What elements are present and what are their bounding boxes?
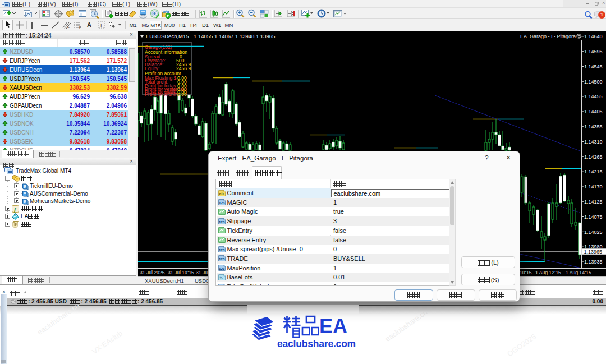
svg-text:1.14455: 1.14455: [584, 94, 603, 99]
svg-text:123: 123: [219, 219, 225, 223]
svg-text:1.14310: 1.14310: [584, 139, 603, 145]
svg-text:123: 123: [219, 247, 225, 251]
svg-text:1.14595: 1.14595: [584, 49, 603, 54]
svg-text:1.14640: 1.14640: [584, 34, 603, 39]
svg-text:1.14055 1.14067 1.13948 1.1396: 1.14055 1.14067 1.13948 1.13965: [194, 33, 275, 39]
svg-text:10:15: 10:15: [520, 270, 532, 275]
svg-text:1.14170: 1.14170: [584, 184, 603, 190]
svg-text:1.14025: 1.14025: [584, 229, 603, 235]
svg-text:1.14355: 1.14355: [584, 124, 603, 130]
svg-text:ab: ab: [219, 191, 224, 195]
svg-text:T: T: [100, 22, 103, 28]
svg-text:1 Aug 14:15: 1 Aug 14:15: [566, 270, 591, 275]
svg-text:1 Aug 12:15: 1 Aug 12:15: [535, 270, 561, 275]
svg-text:123: 123: [219, 201, 225, 205]
svg-text:1.14545: 1.14545: [584, 64, 603, 70]
svg-text:123: 123: [219, 285, 225, 286]
svg-text:123: 123: [219, 257, 225, 261]
svg-text:1.14215: 1.14215: [584, 169, 603, 174]
svg-text:Profit for month:: Profit for month:: [145, 91, 179, 97]
svg-text:EURUSDecn,M15: EURUSDecn,M15: [146, 33, 189, 39]
svg-text:123: 123: [219, 266, 225, 270]
svg-text:EA_Garago - I - Pitagora: EA_Garago - I - Pitagora: [520, 34, 576, 39]
svg-text:1.14405: 1.14405: [584, 109, 603, 114]
svg-text:1.14500: 1.14500: [584, 79, 603, 85]
svg-text:31 Jul 10:15: 31 Jul 10:15: [168, 270, 194, 275]
svg-text:1.14075: 1.14075: [584, 214, 603, 220]
svg-text:E: E: [67, 25, 70, 29]
svg-text:F: F: [79, 26, 81, 29]
svg-text:31 Jul 2025: 31 Jul 2025: [140, 270, 165, 275]
svg-text:1: 1: [600, 12, 603, 17]
svg-text:1.13935: 1.13935: [584, 259, 603, 265]
svg-text:1.13965: 1.13965: [584, 249, 603, 255]
svg-text:1.14125: 1.14125: [584, 199, 603, 205]
svg-text:1.14265: 1.14265: [584, 154, 603, 160]
svg-text:½: ½: [219, 275, 223, 279]
svg-text:0.00: 0.00: [177, 91, 187, 97]
